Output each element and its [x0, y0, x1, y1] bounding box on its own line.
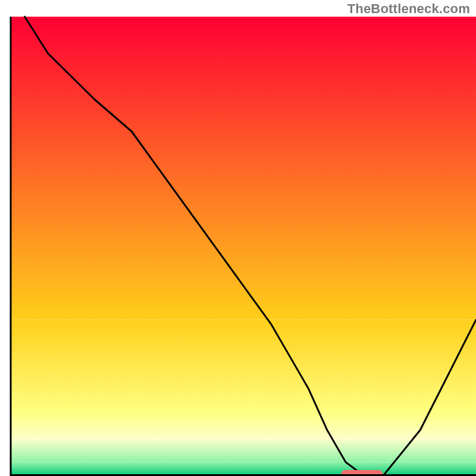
- gradient-band: [11, 17, 476, 320]
- gradient-band: [11, 320, 476, 412]
- chart-container: TheBottleneck.com: [0, 0, 476, 476]
- gradient-band: [11, 412, 476, 439]
- gradient-band: [11, 462, 476, 476]
- bottleneck-chart: [0, 0, 476, 476]
- gradient-band: [11, 439, 476, 462]
- watermark-text: TheBottleneck.com: [347, 1, 470, 17]
